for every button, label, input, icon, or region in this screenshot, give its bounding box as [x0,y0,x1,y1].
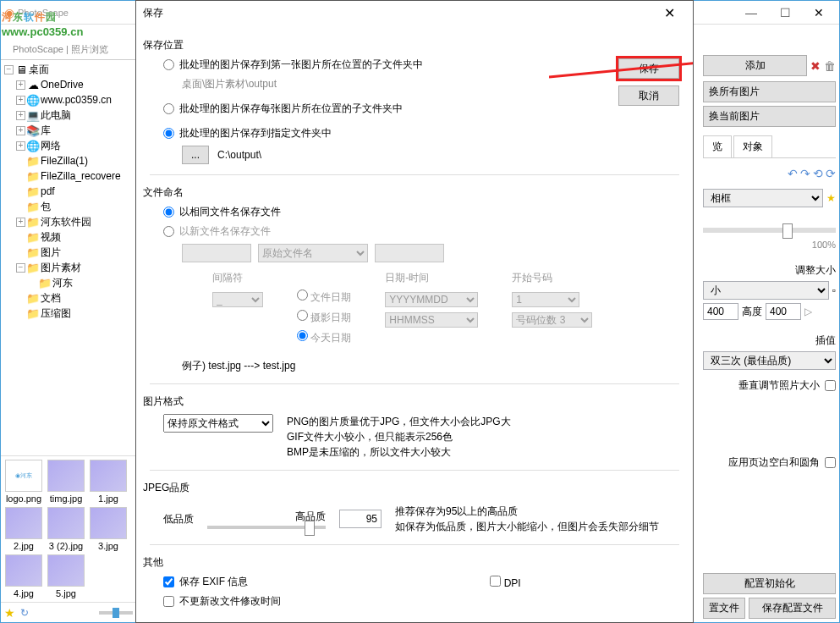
startno-label: 开始号码 [512,271,592,285]
delete-icon[interactable]: ✖ [810,59,821,73]
example-label: 例子) [182,360,206,372]
frame-select[interactable]: 相框 [703,189,823,207]
quality-input[interactable] [339,510,382,528]
bottom-bar: ★ ↻ [1,602,136,622]
thumbnail[interactable]: 1.jpg [89,460,128,504]
tree-item[interactable]: 📁图片 [1,245,136,260]
redo-icon[interactable]: ↷ [800,167,810,180]
tree-item[interactable]: 📁pdf [1,184,136,199]
format-section-title: 图片格式 [143,394,679,409]
browse-button[interactable]: ... [182,146,209,164]
tree-item[interactable]: 📁河东 [1,275,136,290]
margin-round-checkbox[interactable] [825,457,836,468]
add-button[interactable]: 添加 [703,55,807,76]
link-icon[interactable]: ▫ [832,284,836,296]
tree-item[interactable]: 📁FileZilla_recovere [1,168,136,184]
thumb-size-slider[interactable] [99,611,133,615]
star-icon[interactable]: ★ [826,192,836,204]
tree-item[interactable]: −📁图片素材 [1,260,136,275]
tab-photoscape[interactable]: PhotoScape | 照片浏览 [6,40,115,59]
prefix-input[interactable] [182,244,251,262]
loc-radio-1[interactable] [163,59,174,70]
size-preset-select[interactable]: 小 [703,281,829,300]
date-fmt-select[interactable]: YYYYMMDD [385,292,478,307]
exif-checkbox[interactable] [163,576,174,587]
config-file-button[interactable]: 置文件 [703,598,745,619]
tab-object[interactable]: 对象 [733,135,772,157]
save-config-button[interactable]: 保存配置文件 [749,598,836,619]
play-icon[interactable]: ▷ [804,306,812,317]
thumbnail[interactable]: 5.jpg [47,554,85,598]
loc-radio-3[interactable] [163,128,174,139]
replace-current-button[interactable]: 换当前图片 [703,106,836,127]
tree-item[interactable]: +📁河东软件园 [1,214,136,229]
height-input[interactable] [766,303,801,320]
maximize-button[interactable]: ☐ [768,1,802,25]
sep-select[interactable]: _ [212,292,263,307]
tree-item[interactable]: +📚库 [1,123,136,138]
date-today-radio[interactable] [297,330,308,341]
star-icon[interactable]: ★ [4,606,15,620]
thumbnail[interactable]: 3.jpg [89,507,128,551]
tree-item[interactable]: +💻此电脑 [1,108,136,123]
output-path: C:\output\ [217,149,261,161]
rotate-left-icon[interactable]: ⟲ [813,167,823,180]
thumbnail[interactable]: 2.jpg [4,507,43,551]
replace-all-button[interactable]: 换所有图片 [703,81,836,102]
low-q-label: 低品质 [163,512,194,527]
thumbnail[interactable]: timg.jpg [47,460,85,504]
date-file-radio[interactable] [297,289,308,300]
tree-item[interactable]: +☁OneDrive [1,77,136,92]
digits-select[interactable]: 号码位数 3 [512,312,592,328]
dialog-titlebar: 保存 ✕ [136,1,693,25]
tree-item[interactable]: 📁文档 [1,290,136,306]
tree-item[interactable]: 📁包 [1,199,136,214]
opacity-value: 100% [703,240,836,250]
quality-slider[interactable] [207,526,326,529]
format-info: PNG的图片质量优于JPG，但文件大小会比JPG大 GIF文件大小较小，但只能表… [287,414,511,460]
minimize-button[interactable]: — [734,1,768,25]
time-fmt-select[interactable]: HHMMSS [385,312,478,328]
left-panel: PhotoScape | 照片浏览 −🖥桌面 +☁OneDrive+🌐www.p… [1,25,136,622]
naming-section-title: 文件命名 [143,185,679,200]
no-update-time-checkbox[interactable] [163,596,174,607]
width-input[interactable] [703,303,738,320]
tree-item[interactable]: +🌐www.pc0359.cn [1,92,136,108]
date-shot-radio[interactable] [297,310,308,321]
tree-item[interactable]: +🌐网络 [1,138,136,153]
dpi-checkbox[interactable] [490,576,501,587]
naming-radio-2[interactable] [163,226,174,237]
format-select[interactable]: 保持原文件格式 [163,414,273,433]
app-title: PhotoScape [18,8,69,18]
interp-select[interactable]: 双三次 (最佳品质) [703,351,836,370]
refresh-icon[interactable]: ↻ [20,607,29,619]
config-init-button[interactable]: 配置初始化 [703,573,836,594]
cancel-button[interactable]: 取消 [618,85,679,106]
undo-icon[interactable]: ↶ [788,167,798,180]
dialog-close-button[interactable]: ✕ [652,5,686,21]
origname-select[interactable]: 原始文件名 [258,244,368,262]
tree-item[interactable]: 📁压缩图 [1,306,136,321]
folder-tree[interactable]: −🖥桌面 +☁OneDrive+🌐www.pc0359.cn+💻此电脑+📚库+🌐… [1,60,136,455]
thumbnail[interactable]: 4.jpg [4,554,43,598]
save-button[interactable]: 保存 [618,58,679,79]
tree-item[interactable]: 📁FileZilla(1) [1,153,136,168]
naming-radio-1[interactable] [163,207,174,218]
thumbnail[interactable]: 3 (2).jpg [47,507,85,551]
tree-root[interactable]: 桌面 [29,63,49,77]
vert-adjust-checkbox[interactable] [825,380,836,391]
startno-select[interactable]: 1 [512,292,579,307]
suffix-input[interactable] [375,244,444,262]
sep-label: 间隔符 [212,271,263,285]
dpi-label: DPI [504,577,521,589]
close-button[interactable]: ✕ [802,1,836,25]
trash-icon[interactable]: 🗑 [824,59,836,73]
tree-item[interactable]: 📁视频 [1,229,136,245]
tab-preview[interactable]: 览 [703,135,732,157]
example-text: test.jpg ---> test.jpg [208,360,295,372]
thumbnail[interactable]: ◉河东logo.png [4,460,43,504]
loc-radio-2[interactable] [163,103,174,114]
save-dialog: 保存 ✕ 保存 取消 保存位置 批处理的图片保存到第一张图片所在位置的子文件夹中… [135,0,694,623]
rotate-right-icon[interactable]: ⟳ [826,167,836,180]
opacity-slider[interactable] [703,228,836,233]
